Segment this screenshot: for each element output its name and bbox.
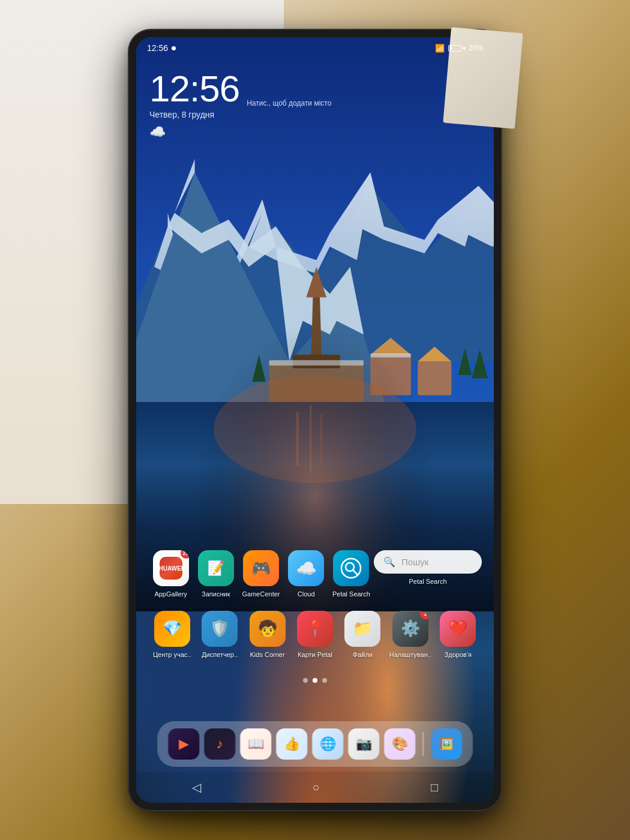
notepad-icon-symbol: 📝: [207, 560, 225, 577]
files-label: Файли: [353, 650, 373, 659]
maps-icon-symbol: 📍: [305, 619, 325, 638]
app-item-petal-maps[interactable]: 📍 Карти Petal: [291, 611, 338, 659]
clock-date: Четвер, 8 грудня: [149, 110, 331, 119]
svg-point-27: [341, 559, 361, 578]
app-icon-petal-maps[interactable]: 📍: [297, 611, 333, 647]
health-label: Здоров'я: [445, 650, 472, 659]
app-icon-member-center[interactable]: 💎: [154, 611, 190, 647]
settings-badge: 1: [420, 611, 428, 619]
app-grid: HUAWEI 21 AppGallery 📝 Записник: [136, 550, 494, 671]
app-item-settings[interactable]: ⚙️ 1 Налаштуван..: [386, 611, 434, 659]
nav-bar: ◁ ○ □: [136, 772, 494, 803]
appgallery-inner: HUAWEI: [160, 557, 182, 580]
nav-back-button[interactable]: ◁: [180, 775, 213, 799]
app-item-files[interactable]: 📁 Файли: [339, 611, 386, 659]
app-item-gamecenter[interactable]: 🎮 GameCenter: [238, 550, 283, 598]
camera-icon: 📷: [356, 736, 372, 752]
app-item-dispatcher[interactable]: 🛡️ Диспетчер..: [196, 611, 243, 659]
petal-maps-label: Карти Petal: [298, 650, 332, 659]
status-time: 12:56: [147, 43, 176, 53]
wifi-icon: 📶: [435, 44, 445, 53]
dispatcher-icon-symbol: 🛡️: [210, 619, 229, 638]
dock-app-gallery-stack[interactable]: 🖼️: [431, 728, 462, 760]
app-item-member-center[interactable]: 💎 Центр учас..: [148, 611, 196, 659]
status-bar: 12:56 📶 20%: [136, 37, 494, 59]
app-icon-health[interactable]: ❤️: [440, 611, 476, 647]
dock-app-feedback[interactable]: 👍: [276, 728, 307, 760]
battery-body: [448, 45, 461, 52]
dock-app-music[interactable]: ♪: [204, 728, 235, 760]
dock-app-camera[interactable]: 📷: [348, 728, 379, 760]
kids-corner-label: Kids Corner: [250, 650, 285, 659]
status-right: 📶 20%: [435, 44, 483, 53]
battery-fill: [449, 46, 451, 50]
app-icon-petal-search[interactable]: [333, 550, 369, 586]
nav-home-button[interactable]: ○: [300, 776, 331, 799]
app-item-health[interactable]: ❤️ Здоров'я: [434, 611, 482, 659]
reader-icon: 📖: [248, 736, 264, 752]
clock-add-city[interactable]: Натис., щоб додати місто: [247, 99, 331, 107]
app-icon-dispatcher[interactable]: 🛡️: [202, 611, 238, 647]
app-row-2: 💎 Центр учас.. 🛡️ Диспетчер..: [148, 611, 482, 659]
cloud-icon-symbol: ☁️: [296, 559, 317, 578]
status-time-text: 12:56: [147, 43, 168, 53]
search-widget-icon: 🔍: [383, 556, 395, 568]
tablet-frame: 12:56 📶 20% 12:56: [129, 30, 501, 810]
petal-search-widget-label: Petal Search: [409, 577, 447, 586]
search-widget-placeholder[interactable]: Пошук: [401, 557, 428, 567]
page-dot-1: [303, 678, 308, 683]
dock-app-video[interactable]: ▶: [168, 728, 199, 760]
gallery-stack-icon: 🖼️: [440, 737, 453, 751]
gamecenter-icon-symbol: 🎮: [251, 559, 271, 578]
app-item-appgallery[interactable]: HUAWEI 21 AppGallery: [148, 550, 193, 598]
health-icon-symbol: ❤️: [448, 619, 467, 638]
petal-search-widget[interactable]: 🔍 Пошук: [374, 550, 482, 574]
music-icon: ♪: [217, 736, 223, 752]
appgallery-badge: 21: [181, 550, 189, 559]
tablet: 12:56 📶 20% 12:56: [129, 30, 501, 810]
app-icon-kids-corner[interactable]: 🧒: [250, 611, 286, 647]
dock-divider: [422, 732, 424, 756]
page-dot-2-active: [313, 678, 317, 683]
app-icon-gamecenter[interactable]: 🎮: [243, 550, 279, 586]
dock: ▶ ♪ 📖 👍 🌐 📷 🎨: [157, 721, 473, 767]
weather-icon: ☁️: [149, 124, 331, 140]
clock-widget: 12:56 Натис., щоб додати місто Четвер, 8…: [149, 70, 331, 140]
feedback-icon: 👍: [284, 736, 300, 752]
app-icon-cloud[interactable]: ☁️: [288, 550, 324, 586]
app-icon-files[interactable]: 📁: [344, 611, 380, 647]
settings-label: Налаштуван..: [389, 650, 431, 659]
gamestore-icon: 🎨: [392, 736, 408, 752]
settings-icon-symbol: ⚙️: [401, 619, 420, 638]
app-icon-appgallery[interactable]: HUAWEI 21: [153, 550, 189, 586]
dock-app-gamestore[interactable]: 🎨: [384, 728, 415, 760]
svg-line-29: [353, 570, 357, 574]
app-icon-settings[interactable]: ⚙️ 1: [392, 611, 428, 647]
page-dots: [303, 678, 327, 683]
app-item-notepad[interactable]: 📝 Записник: [193, 550, 238, 598]
battery-tip: [463, 47, 465, 50]
app-item-kids-corner[interactable]: 🧒 Kids Corner: [244, 611, 291, 659]
petal-search-icon-svg: [340, 557, 362, 579]
member-center-label: Центр учас..: [153, 650, 191, 659]
cloud-label: Cloud: [298, 590, 315, 598]
battery-indicator: [448, 45, 465, 52]
petal-search-label: Petal Search: [332, 590, 370, 598]
clock-time: 12:56: [149, 70, 239, 107]
appgallery-label: AppGallery: [154, 590, 187, 598]
kids-icon-symbol: 🧒: [258, 619, 277, 638]
tablet-screen: 12:56 📶 20% 12:56: [136, 37, 494, 803]
dispatcher-label: Диспетчер..: [202, 650, 238, 659]
video-icon: ▶: [179, 736, 189, 752]
app-item-cloud[interactable]: ☁️ Cloud: [284, 550, 329, 598]
dock-app-browser[interactable]: 🌐: [312, 728, 343, 760]
app-item-petal-search[interactable]: Petal Search: [329, 550, 374, 598]
files-icon-symbol: 📁: [353, 619, 372, 638]
app-icon-notepad[interactable]: 📝: [198, 550, 234, 586]
page-dot-3: [322, 678, 327, 683]
member-icon-symbol: 💎: [163, 619, 182, 638]
browser-icon: 🌐: [320, 736, 336, 752]
nav-recent-button[interactable]: □: [419, 776, 450, 799]
dock-app-reader[interactable]: 📖: [240, 728, 271, 760]
notification-indicator: [172, 46, 176, 50]
